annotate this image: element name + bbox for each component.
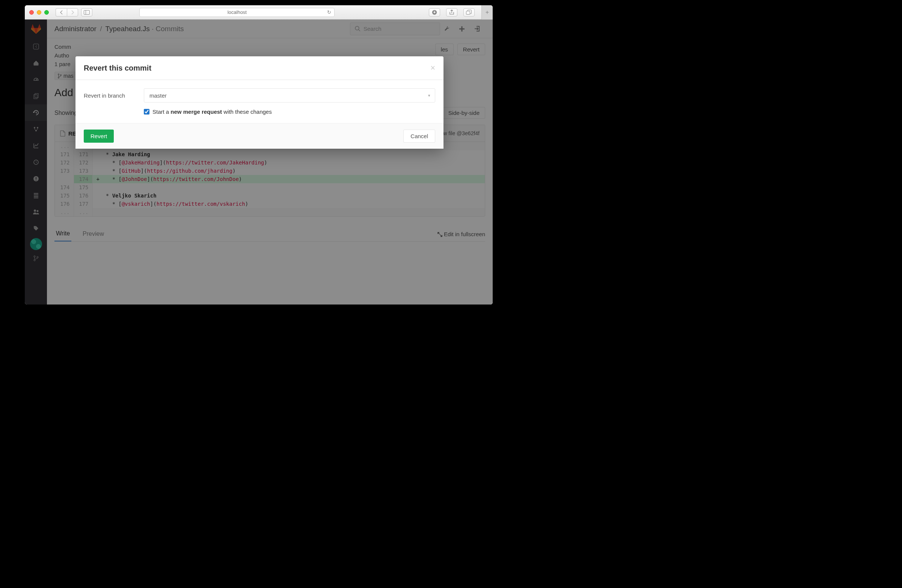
new-mr-checkbox[interactable] <box>144 109 149 114</box>
modal-close-button[interactable]: × <box>431 63 435 73</box>
refresh-icon[interactable]: ↻ <box>327 9 331 15</box>
branch-select-value: master <box>149 92 167 99</box>
window-minimize-button[interactable] <box>37 10 41 15</box>
window-close-button[interactable] <box>29 10 34 15</box>
share-icon <box>449 10 454 15</box>
new-mr-checkbox-row[interactable]: Start a new merge request with these cha… <box>144 108 435 115</box>
sidebar-icon <box>84 10 90 15</box>
download-icon <box>432 10 437 15</box>
share-button[interactable] <box>446 8 457 17</box>
branch-select-label: Revert in branch <box>84 92 144 99</box>
modal-header: Revert this commit × <box>75 56 443 80</box>
window-zoom-button[interactable] <box>44 10 49 15</box>
modal-footer: Revert Cancel <box>75 123 443 149</box>
svg-rect-0 <box>84 10 90 14</box>
downloads-button[interactable] <box>429 8 440 17</box>
browser-url-bar[interactable]: localhost ↻ <box>139 8 335 17</box>
tabs-icon <box>466 10 471 15</box>
browser-back-button[interactable] <box>56 8 67 17</box>
svg-rect-3 <box>467 11 470 15</box>
branch-select[interactable]: master <box>144 88 435 103</box>
browser-forward-button[interactable] <box>67 8 78 17</box>
url-host-text: localhost <box>227 9 247 15</box>
traffic-lights <box>29 10 49 15</box>
chevron-left-icon <box>60 10 63 15</box>
browser-window: localhost ↻ + <box>25 5 493 305</box>
revert-modal: Revert this commit × Revert in branch ma… <box>75 56 443 149</box>
new-mr-label: Start a new merge request with these cha… <box>152 108 272 115</box>
modal-title: Revert this commit <box>84 64 151 72</box>
modal-cancel-button[interactable]: Cancel <box>403 130 435 143</box>
modal-revert-button[interactable]: Revert <box>84 130 114 143</box>
tabs-button[interactable] <box>464 8 474 17</box>
browser-sidebar-button[interactable] <box>81 8 92 17</box>
browser-titlebar: localhost ↻ + <box>25 5 493 20</box>
chevron-right-icon <box>71 10 74 15</box>
